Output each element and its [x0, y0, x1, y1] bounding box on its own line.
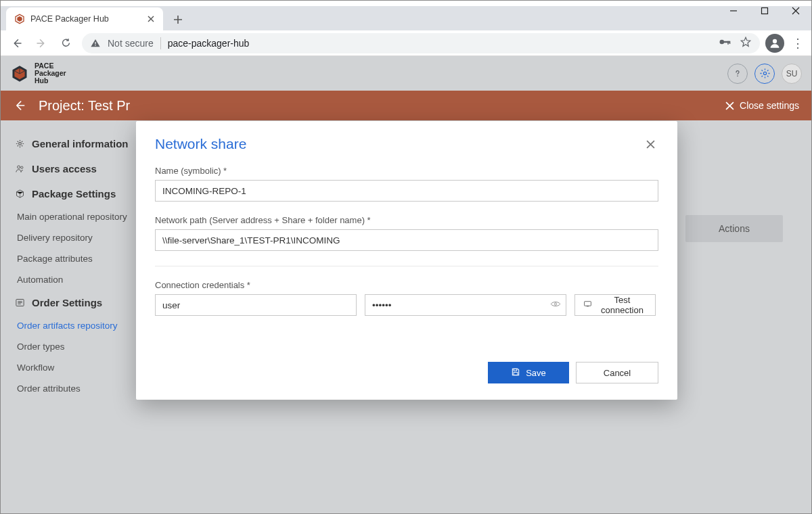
divider — [155, 266, 658, 266]
nav-back-button[interactable] — [6, 32, 28, 54]
svg-rect-2 — [762, 8, 768, 14]
svg-marker-1 — [17, 16, 22, 22]
profile-avatar[interactable] — [765, 34, 784, 53]
save-icon — [511, 367, 520, 379]
network-share-dialog: Network share Name (symbolic) * Network … — [136, 121, 677, 400]
address-divider — [160, 37, 161, 49]
app-root: PACE Packager Hub SU Project: Test Pr — [1, 56, 811, 513]
window-close-button[interactable] — [780, 1, 811, 21]
browser-toolbar: Not secure pace-packager-hub ⋮ — [1, 30, 811, 56]
svg-point-19 — [554, 303, 556, 305]
username-input[interactable] — [155, 294, 357, 316]
svg-rect-21 — [587, 306, 589, 306]
tab-favicon — [14, 14, 25, 24]
svg-point-9 — [773, 39, 777, 43]
svg-rect-20 — [585, 302, 591, 306]
not-secure-icon — [90, 38, 101, 49]
window-controls — [718, 1, 811, 25]
new-tab-button[interactable] — [168, 10, 187, 29]
dialog-title: Network share — [155, 136, 246, 152]
address-bar[interactable]: Not secure pace-packager-hub — [82, 33, 760, 53]
tab-close-button[interactable] — [145, 14, 156, 24]
svg-rect-8 — [729, 41, 731, 44]
nav-reload-button[interactable] — [55, 32, 76, 54]
bookmark-star-icon[interactable] — [740, 36, 752, 50]
tab-title: PACE Packager Hub — [30, 14, 109, 24]
cred-label: Connection credentials * — [155, 280, 658, 290]
svg-point-5 — [720, 40, 725, 45]
svg-rect-3 — [95, 42, 95, 44]
test-connection-button[interactable]: Test connection — [574, 294, 656, 316]
browser-chrome: PACE Packager Hub — [1, 6, 811, 56]
address-url: pace-packager-hub — [168, 38, 250, 49]
svg-rect-4 — [95, 45, 95, 45]
password-input[interactable] — [365, 294, 566, 316]
path-input[interactable] — [155, 229, 658, 251]
svg-rect-23 — [514, 372, 518, 375]
dialog-close-button[interactable] — [642, 136, 658, 152]
saved-password-icon[interactable] — [718, 35, 731, 51]
svg-rect-6 — [723, 41, 729, 43]
browser-tab[interactable]: PACE Packager Hub — [6, 7, 163, 30]
cancel-button[interactable]: Cancel — [576, 362, 658, 383]
browser-menu-button[interactable]: ⋮ — [790, 36, 806, 51]
test-connection-icon — [583, 300, 592, 310]
name-label: Name (symbolic) * — [155, 166, 658, 176]
tab-strip: PACE Packager Hub — [1, 6, 811, 30]
svg-rect-22 — [514, 369, 517, 371]
svg-rect-7 — [727, 41, 729, 45]
nav-forward-button[interactable] — [30, 32, 52, 54]
name-input[interactable] — [155, 180, 658, 202]
window-minimize-button[interactable] — [718, 1, 749, 21]
password-reveal-icon[interactable] — [550, 299, 561, 312]
path-label: Network path (Server address + Share + f… — [155, 215, 658, 225]
window-maximize-button[interactable] — [749, 1, 780, 21]
save-button[interactable]: Save — [488, 362, 569, 383]
security-label: Not secure — [108, 38, 154, 49]
